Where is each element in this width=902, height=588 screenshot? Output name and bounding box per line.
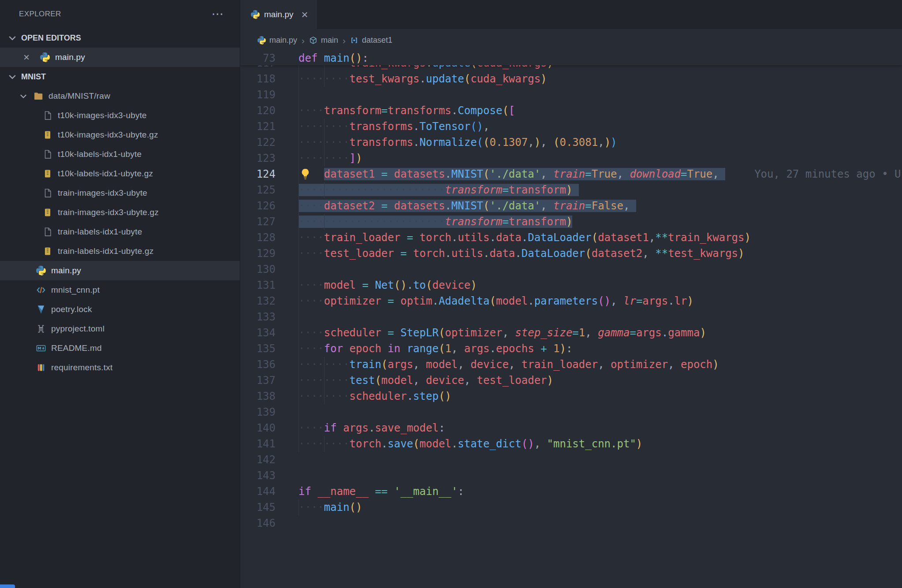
code-line[interactable]: 128····train_loader = torch.utils.data.D… bbox=[240, 230, 902, 246]
code-line[interactable]: 140····if args.save_model: bbox=[240, 420, 902, 436]
code-line[interactable]: 137········test(model, device, test_load… bbox=[240, 372, 902, 388]
tree-item-label: train-images-idx3-ubyte bbox=[58, 188, 147, 198]
tree-item[interactable]: requirements.txt bbox=[0, 358, 240, 377]
breadcrumb-label: main bbox=[321, 36, 338, 45]
line-number: 127 bbox=[240, 214, 276, 230]
indent-guide bbox=[298, 420, 299, 436]
tree-item[interactable]: t10k-images-idx3-ubyte bbox=[0, 106, 240, 125]
code-line[interactable]: 123········]) bbox=[240, 150, 902, 166]
code-line[interactable]: 124 dataset1 = datasets.MNIST('./data', … bbox=[240, 166, 902, 182]
breadcrumb-item[interactable]: main bbox=[309, 36, 338, 45]
indent-guide bbox=[298, 166, 299, 182]
tree-item[interactable]: main.py bbox=[0, 261, 240, 280]
code-line[interactable]: 126····dataset2 = datasets.MNIST('./data… bbox=[240, 198, 902, 214]
tree-item[interactable]: README.md bbox=[0, 339, 240, 358]
open-editor-item[interactable]: ×main.py bbox=[0, 48, 240, 67]
folder-icon bbox=[34, 91, 43, 101]
tree-item-label: train-labels-idx1-ubyte bbox=[58, 227, 142, 237]
line-number: 119 bbox=[240, 87, 276, 103]
code-line[interactable]: 139 bbox=[240, 404, 902, 420]
tree-item-label: train-labels-idx1-ubyte.gz bbox=[58, 246, 153, 256]
code-line[interactable]: 135····for epoch in range(1, args.epochs… bbox=[240, 341, 902, 357]
indent-guide bbox=[324, 150, 324, 166]
sticky-scroll-line[interactable]: 73def main(): bbox=[240, 52, 902, 65]
open-editors-label: OPEN EDITORS bbox=[21, 33, 81, 43]
close-icon[interactable]: × bbox=[302, 9, 308, 20]
status-bar-sliver bbox=[0, 584, 15, 588]
file-icon bbox=[43, 227, 52, 237]
tree-item[interactable]: pyproject.toml bbox=[0, 319, 240, 339]
tree-item[interactable]: train-images-idx3-ubyte.gz bbox=[0, 203, 240, 222]
code-line[interactable]: 130 bbox=[240, 261, 902, 277]
indent-guide bbox=[298, 436, 299, 452]
indent-guide bbox=[298, 388, 299, 404]
code-line[interactable]: 120····transform=transforms.Compose([ bbox=[240, 103, 902, 119]
code-line[interactable]: 133 bbox=[240, 309, 902, 325]
code-line[interactable]: 136········train(args, model, device, tr… bbox=[240, 357, 902, 372]
code-line[interactable]: 122········transforms.Normalize((0.1307,… bbox=[240, 134, 902, 150]
tree-item[interactable]: train-labels-idx1-ubyte bbox=[0, 222, 240, 242]
lightbulb-icon[interactable] bbox=[299, 168, 311, 180]
code-line[interactable]: 132····optimizer = optim.Adadelta(model.… bbox=[240, 293, 902, 309]
code-line[interactable]: 127·······················transform=tran… bbox=[240, 214, 902, 230]
indent-guide bbox=[298, 277, 299, 293]
file-icon bbox=[43, 188, 52, 198]
tree-item-folder[interactable]: data/MNIST/raw bbox=[0, 86, 240, 106]
tree-item-label: train-images-idx3-ubyte.gz bbox=[58, 208, 159, 217]
code-line[interactable]: 129····test_loader = torch.utils.data.Da… bbox=[240, 246, 902, 261]
indent-guide bbox=[298, 357, 299, 372]
indent-guide bbox=[298, 341, 299, 357]
tree-item[interactable]: poetry.lock bbox=[0, 300, 240, 319]
variable-icon bbox=[350, 36, 358, 45]
tree-item[interactable]: train-labels-idx1-ubyte.gz bbox=[0, 242, 240, 261]
explorer-header: EXPLORER ⋯ bbox=[0, 0, 240, 28]
tree-item[interactable]: t10k-labels-idx1-ubyte bbox=[0, 145, 240, 164]
indent-guide bbox=[324, 214, 324, 230]
line-number: 126 bbox=[240, 198, 276, 214]
editor-group: main.py× main.py›main›dataset1 73def mai… bbox=[240, 0, 902, 588]
code-line[interactable]: 131····model = Net().to(device) bbox=[240, 277, 902, 293]
code-lines: 117········train_kwargs.update(cuda_kwar… bbox=[240, 52, 902, 531]
code-line[interactable]: 134····scheduler = StepLR(optimizer, ste… bbox=[240, 325, 902, 341]
open-editors-section-header[interactable]: OPEN EDITORS bbox=[0, 28, 240, 48]
code-line[interactable]: 119 bbox=[240, 87, 902, 103]
code-line[interactable]: 142 bbox=[240, 452, 902, 468]
breadcrumb-item[interactable]: dataset1 bbox=[350, 36, 392, 45]
code-editor[interactable]: 73def main(): 117········train_kwargs.up… bbox=[240, 52, 902, 588]
code-line[interactable]: 144if __name__ == '__main__': bbox=[240, 484, 902, 499]
close-icon[interactable]: × bbox=[23, 52, 35, 63]
indent-guide bbox=[298, 182, 299, 198]
line-number: 120 bbox=[240, 103, 276, 119]
indent-guide bbox=[324, 182, 324, 198]
tab-main-py[interactable]: main.py× bbox=[240, 0, 317, 29]
code-line[interactable]: 138········scheduler.step() bbox=[240, 388, 902, 404]
chevron-down-icon bbox=[7, 71, 18, 82]
indent-guide bbox=[298, 293, 299, 309]
code-line[interactable]: 145····main() bbox=[240, 499, 902, 515]
code-line[interactable]: 146 bbox=[240, 515, 902, 531]
archive-icon bbox=[43, 169, 52, 179]
code-line[interactable]: 118········test_kwargs.update(cuda_kwarg… bbox=[240, 71, 902, 87]
tree-item-label: mnist_cnn.pt bbox=[51, 285, 100, 295]
more-actions-icon[interactable]: ⋯ bbox=[212, 8, 224, 20]
indent-guide bbox=[298, 246, 299, 261]
tree-item-label: pyproject.toml bbox=[51, 324, 104, 334]
python-icon bbox=[36, 266, 46, 275]
tree-item[interactable]: train-images-idx3-ubyte bbox=[0, 183, 240, 203]
code-line[interactable]: 121········transforms.ToTensor(), bbox=[240, 119, 902, 134]
code-line[interactable]: 143 bbox=[240, 468, 902, 484]
workspace-section-header[interactable]: MNIST bbox=[0, 67, 240, 86]
indent-guide bbox=[298, 404, 299, 420]
tree-item[interactable]: t10k-labels-idx1-ubyte.gz bbox=[0, 164, 240, 183]
tree-item[interactable]: t10k-images-idx3-ubyte.gz bbox=[0, 125, 240, 145]
code-line[interactable]: 125·······················transform=tran… bbox=[240, 182, 902, 198]
breadcrumb-item[interactable]: main.py bbox=[257, 36, 297, 45]
workspace-label: MNIST bbox=[21, 72, 46, 82]
indent-guide bbox=[324, 71, 324, 87]
tree-item-label: t10k-images-idx3-ubyte.gz bbox=[58, 130, 158, 140]
code-line[interactable]: 141········torch.save(model.state_dict()… bbox=[240, 436, 902, 452]
line-number: 118 bbox=[240, 71, 276, 87]
line-number: 139 bbox=[240, 404, 276, 420]
tree-item[interactable]: mnist_cnn.pt bbox=[0, 280, 240, 300]
vscode-window: EXPLORER ⋯ OPEN EDITORS ×main.py MNIST d… bbox=[0, 0, 902, 588]
